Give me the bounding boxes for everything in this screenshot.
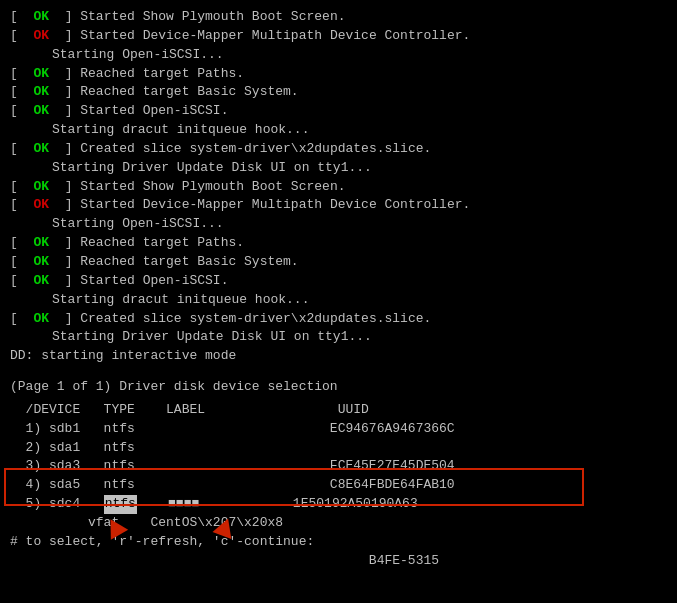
- table-row-5b: vfat CentOS\x207\x20x8: [10, 514, 667, 533]
- log-indent-5: Starting dracut initqueue hook...: [10, 291, 667, 310]
- log-indent-4: Starting Open-iSCSI...: [10, 215, 667, 234]
- prompt-line[interactable]: # to select, 'r'-refresh, 'c'-continue:: [10, 533, 667, 552]
- log-indent-6: Starting Driver Update Disk UI on tty1..…: [10, 328, 667, 347]
- table-row-4: 4) sda5 ntfs C8E64FBDE64FAB10: [10, 476, 667, 495]
- log-indent-1: Starting Open-iSCSI...: [10, 46, 667, 65]
- log-indent-3: Starting Driver Update Disk UI on tty1..…: [10, 159, 667, 178]
- log-line-10: [ OK ] Reached target Basic System.: [10, 253, 667, 272]
- footer-uuid: B4FE-5315: [10, 552, 667, 571]
- terminal-screen: [ OK ] Started Show Plymouth Boot Screen…: [0, 0, 677, 603]
- table-row-5-highlighted: 5) sdc4 ntfs ■■■■ 1E50192A50190A63: [10, 495, 667, 514]
- log-line-6: [ OK ] Created slice system-driver\x2dup…: [10, 140, 667, 159]
- log-line-8: [ OK ] Started Device-Mapper Multipath D…: [10, 196, 667, 215]
- section-title: (Page 1 of 1) Driver disk device selecti…: [10, 378, 667, 397]
- log-line-12: [ OK ] Created slice system-driver\x2dup…: [10, 310, 667, 329]
- table-header: /DEVICE TYPE LABEL UUID: [10, 401, 667, 420]
- log-indent-2: Starting dracut initqueue hook...: [10, 121, 667, 140]
- log-line-3: [ OK ] Reached target Paths.: [10, 65, 667, 84]
- log-line-2: [ OK ] Started Device-Mapper Multipath D…: [10, 27, 667, 46]
- table-row-1: 1) sdb1 ntfs EC94676A9467366C: [10, 420, 667, 439]
- log-line-4: [ OK ] Reached target Basic System.: [10, 83, 667, 102]
- log-line-9: [ OK ] Reached target Paths.: [10, 234, 667, 253]
- dd-line: DD: starting interactive mode: [10, 347, 667, 366]
- log-line-11: [ OK ] Started Open-iSCSI.: [10, 272, 667, 291]
- table-row-2: 2) sda1 ntfs: [10, 439, 667, 458]
- log-line-7: [ OK ] Started Show Plymouth Boot Screen…: [10, 178, 667, 197]
- log-line-1: [ OK ] Started Show Plymouth Boot Screen…: [10, 8, 667, 27]
- log-line-5: [ OK ] Started Open-iSCSI.: [10, 102, 667, 121]
- table-row-3: 3) sda3 ntfs FCE45E27E45DE504: [10, 457, 667, 476]
